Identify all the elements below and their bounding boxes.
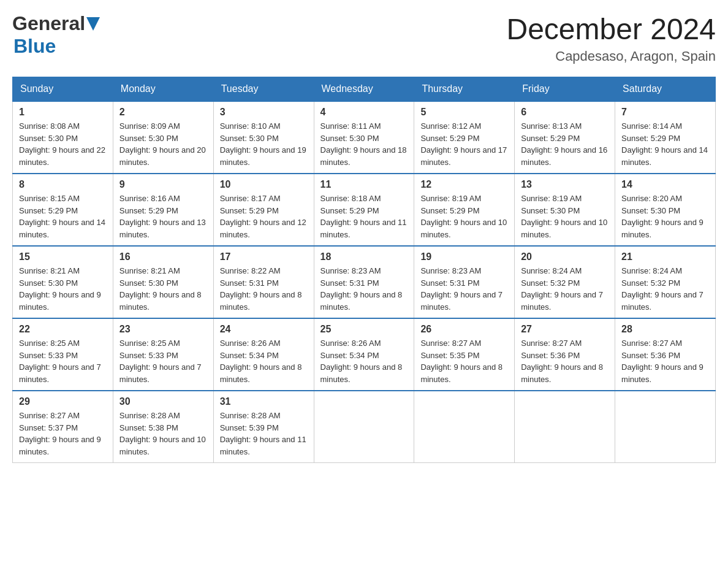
sunset-label: Sunset: 5:38 PM <box>119 423 178 432</box>
calendar-cell: 3 Sunrise: 8:10 AM Sunset: 5:30 PM Dayli… <box>213 101 314 174</box>
sunset-label: Sunset: 5:29 PM <box>521 134 580 143</box>
calendar-cell: 18 Sunrise: 8:23 AM Sunset: 5:31 PM Dayl… <box>314 246 414 318</box>
day-info: Sunrise: 8:19 AM Sunset: 5:29 PM Dayligh… <box>420 193 508 240</box>
calendar-cell: 17 Sunrise: 8:22 AM Sunset: 5:31 PM Dayl… <box>213 246 314 318</box>
sunset-label: Sunset: 5:34 PM <box>220 351 279 360</box>
sunset-label: Sunset: 5:29 PM <box>320 206 379 215</box>
sunset-label: Sunset: 5:30 PM <box>119 134 178 143</box>
sunrise-label: Sunrise: 8:23 AM <box>320 266 381 275</box>
sunrise-label: Sunrise: 8:23 AM <box>420 266 481 275</box>
header-monday: Monday <box>113 77 213 102</box>
calendar-cell <box>414 391 515 463</box>
sunrise-label: Sunrise: 8:27 AM <box>621 339 682 348</box>
sunrise-label: Sunrise: 8:26 AM <box>320 339 381 348</box>
sunrise-label: Sunrise: 8:13 AM <box>521 121 582 131</box>
sunset-label: Sunset: 5:29 PM <box>420 206 479 215</box>
sunrise-label: Sunrise: 8:10 AM <box>220 121 281 131</box>
sunset-label: Sunset: 5:35 PM <box>420 351 479 360</box>
sunset-label: Sunset: 5:30 PM <box>320 134 379 143</box>
day-number: 6 <box>521 107 609 118</box>
calendar-week-1: 1 Sunrise: 8:08 AM Sunset: 5:30 PM Dayli… <box>13 101 716 174</box>
day-number: 13 <box>521 179 609 190</box>
sunrise-label: Sunrise: 8:15 AM <box>19 194 80 203</box>
calendar-cell: 21 Sunrise: 8:24 AM Sunset: 5:32 PM Dayl… <box>615 246 716 318</box>
sunrise-label: Sunrise: 8:22 AM <box>220 266 281 275</box>
day-info: Sunrise: 8:18 AM Sunset: 5:29 PM Dayligh… <box>320 193 408 240</box>
sunrise-label: Sunrise: 8:25 AM <box>119 339 180 348</box>
sunrise-label: Sunrise: 8:08 AM <box>19 121 80 131</box>
day-info: Sunrise: 8:13 AM Sunset: 5:29 PM Dayligh… <box>521 120 609 168</box>
calendar-cell: 20 Sunrise: 8:24 AM Sunset: 5:32 PM Dayl… <box>515 246 615 318</box>
calendar-cell: 26 Sunrise: 8:27 AM Sunset: 5:35 PM Dayl… <box>414 318 515 391</box>
day-info: Sunrise: 8:11 AM Sunset: 5:30 PM Dayligh… <box>320 120 408 168</box>
sunrise-label: Sunrise: 8:20 AM <box>621 194 682 203</box>
weekday-header-row: Sunday Monday Tuesday Wednesday Thursday… <box>13 77 716 102</box>
sunrise-label: Sunrise: 8:19 AM <box>420 194 481 203</box>
day-number: 31 <box>220 396 308 407</box>
day-info: Sunrise: 8:27 AM Sunset: 5:36 PM Dayligh… <box>521 337 609 385</box>
daylight-label: Daylight: 9 hours and 9 minutes. <box>19 435 101 456</box>
day-number: 25 <box>320 324 408 335</box>
daylight-label: Daylight: 9 hours and 8 minutes. <box>220 290 302 312</box>
day-info: Sunrise: 8:16 AM Sunset: 5:29 PM Dayligh… <box>119 193 207 240</box>
day-number: 7 <box>621 107 709 118</box>
calendar-cell: 29 Sunrise: 8:27 AM Sunset: 5:37 PM Dayl… <box>13 391 113 463</box>
daylight-label: Daylight: 9 hours and 10 minutes. <box>521 218 607 239</box>
day-number: 9 <box>119 179 207 190</box>
day-info: Sunrise: 8:25 AM Sunset: 5:33 PM Dayligh… <box>119 337 207 385</box>
daylight-label: Daylight: 9 hours and 19 minutes. <box>220 145 306 167</box>
sunset-label: Sunset: 5:30 PM <box>19 134 78 143</box>
sunset-label: Sunset: 5:32 PM <box>621 278 680 288</box>
calendar-cell: 22 Sunrise: 8:25 AM Sunset: 5:33 PM Dayl… <box>13 318 113 391</box>
sunrise-label: Sunrise: 8:24 AM <box>521 266 582 275</box>
day-number: 5 <box>420 107 508 118</box>
daylight-label: Daylight: 9 hours and 8 minutes. <box>119 290 202 312</box>
sunrise-label: Sunrise: 8:14 AM <box>621 121 682 131</box>
title-area: December 2024 Capdesaso, Aragon, Spain <box>506 12 716 64</box>
day-info: Sunrise: 8:09 AM Sunset: 5:30 PM Dayligh… <box>119 120 207 168</box>
header-sunday: Sunday <box>13 77 113 102</box>
logo-general: General <box>12 12 85 35</box>
daylight-label: Daylight: 9 hours and 9 minutes. <box>621 218 703 239</box>
sunrise-label: Sunrise: 8:17 AM <box>220 194 281 203</box>
calendar-cell: 14 Sunrise: 8:20 AM Sunset: 5:30 PM Dayl… <box>615 174 716 246</box>
day-number: 28 <box>621 324 709 335</box>
calendar-cell: 28 Sunrise: 8:27 AM Sunset: 5:36 PM Dayl… <box>615 318 716 391</box>
calendar-cell: 6 Sunrise: 8:13 AM Sunset: 5:29 PM Dayli… <box>515 101 615 174</box>
day-number: 20 <box>521 251 609 262</box>
sunset-label: Sunset: 5:29 PM <box>220 206 279 215</box>
day-info: Sunrise: 8:12 AM Sunset: 5:29 PM Dayligh… <box>420 120 508 168</box>
header-saturday: Saturday <box>615 77 716 102</box>
day-number: 8 <box>19 179 107 190</box>
calendar-week-5: 29 Sunrise: 8:27 AM Sunset: 5:37 PM Dayl… <box>13 391 716 463</box>
day-info: Sunrise: 8:08 AM Sunset: 5:30 PM Dayligh… <box>19 120 107 168</box>
day-number: 26 <box>420 324 508 335</box>
daylight-label: Daylight: 9 hours and 8 minutes. <box>320 362 403 384</box>
daylight-label: Daylight: 9 hours and 9 minutes. <box>621 362 703 384</box>
day-number: 17 <box>220 251 308 262</box>
daylight-label: Daylight: 9 hours and 12 minutes. <box>220 218 306 239</box>
location-subtitle: Capdesaso, Aragon, Spain <box>506 48 716 64</box>
sunrise-label: Sunrise: 8:16 AM <box>119 194 180 203</box>
daylight-label: Daylight: 9 hours and 9 minutes. <box>19 290 101 312</box>
day-number: 1 <box>19 107 107 118</box>
daylight-label: Daylight: 9 hours and 8 minutes. <box>220 362 302 384</box>
day-number: 2 <box>119 107 207 118</box>
sunset-label: Sunset: 5:30 PM <box>19 278 78 288</box>
daylight-label: Daylight: 9 hours and 11 minutes. <box>320 218 407 239</box>
sunset-label: Sunset: 5:36 PM <box>621 351 680 360</box>
day-info: Sunrise: 8:27 AM Sunset: 5:36 PM Dayligh… <box>621 337 709 385</box>
sunset-label: Sunset: 5:36 PM <box>521 351 580 360</box>
calendar-cell: 24 Sunrise: 8:26 AM Sunset: 5:34 PM Dayl… <box>213 318 314 391</box>
calendar-cell: 25 Sunrise: 8:26 AM Sunset: 5:34 PM Dayl… <box>314 318 414 391</box>
calendar-cell: 19 Sunrise: 8:23 AM Sunset: 5:31 PM Dayl… <box>414 246 515 318</box>
sunrise-label: Sunrise: 8:27 AM <box>521 339 582 348</box>
day-info: Sunrise: 8:27 AM Sunset: 5:35 PM Dayligh… <box>420 337 508 385</box>
day-number: 11 <box>320 179 408 190</box>
calendar-cell: 31 Sunrise: 8:28 AM Sunset: 5:39 PM Dayl… <box>213 391 314 463</box>
day-info: Sunrise: 8:28 AM Sunset: 5:39 PM Dayligh… <box>220 410 308 458</box>
day-number: 23 <box>119 324 207 335</box>
sunset-label: Sunset: 5:29 PM <box>420 134 479 143</box>
day-number: 24 <box>220 324 308 335</box>
header-friday: Friday <box>515 77 615 102</box>
